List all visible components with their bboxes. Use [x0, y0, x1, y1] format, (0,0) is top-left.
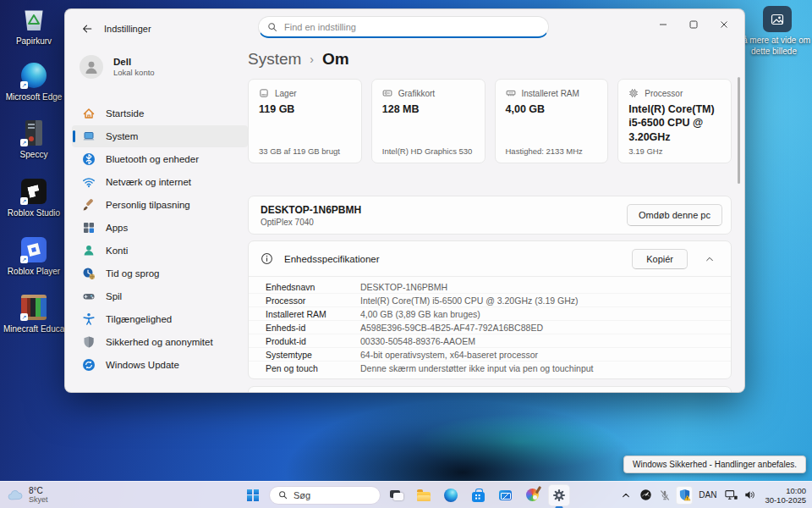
user-account-row[interactable]: Dell Lokal konto	[72, 48, 248, 91]
spec-row: ProcessorIntel(R) Core(TM) i5-6500 CPU @…	[249, 294, 731, 307]
task-view-button[interactable]	[386, 484, 408, 506]
card-label: Grafikkort	[398, 89, 435, 98]
spec-row: EnhedsnavnDESKTOP-1N6PBMH	[249, 280, 731, 294]
titlebar[interactable]: Indstillinger	[65, 9, 744, 48]
hidden-icons-button[interactable]	[617, 486, 634, 505]
rename-pc-button[interactable]: Omdøb denne pc	[627, 204, 722, 226]
collapse-section-button[interactable]	[699, 250, 721, 268]
window-title: Indstillinger	[104, 24, 151, 34]
close-button[interactable]	[709, 14, 739, 36]
copy-button[interactable]: Kopiér	[632, 249, 688, 269]
windows-security-tray-button[interactable]	[676, 486, 693, 505]
sidebar-item-system[interactable]: System	[72, 125, 248, 147]
breadcrumb: System › Om	[248, 50, 732, 69]
cpu-icon	[628, 88, 639, 98]
tray-date: 30-10-2025	[765, 495, 806, 505]
back-button[interactable]	[75, 19, 99, 38]
sidebar-item-privacy-security[interactable]: Sikkerhed og anonymitet	[72, 331, 248, 353]
windows-logo-icon	[247, 489, 259, 501]
minimize-button[interactable]	[648, 14, 678, 36]
language-indicator[interactable]: DAN	[695, 490, 720, 500]
desktop-icon-speccy[interactable]: Speccy	[3, 119, 64, 159]
sidebar-item-apps[interactable]: Apps	[72, 217, 248, 239]
spec-value: A598E396-59CB-4B25-AF47-792A16BC88ED	[360, 323, 543, 333]
sidebar-item-label: Sikkerhed og anonymitet	[106, 337, 213, 347]
desktop-icon-label: Speccy	[3, 150, 64, 159]
spec-label: Processor	[266, 295, 360, 306]
desktop-icon-label: Minecraft Education	[3, 324, 64, 334]
card-detail: 3.19 GHz	[628, 146, 721, 156]
page-title: Om	[322, 50, 349, 69]
settings-button[interactable]	[548, 484, 570, 506]
device-specs-header[interactable]: Enhedsspecifikationer Kopiér	[249, 241, 731, 277]
desktop-icon-recycle-bin[interactable]: Papirkurv	[3, 5, 64, 46]
accessibility-icon	[82, 312, 96, 326]
sidebar-item-network[interactable]: Netværk og internet	[72, 171, 248, 193]
settings-sidebar: Dell Lokal konto Startside System Blueto…	[72, 48, 248, 392]
sidebar-item-accounts[interactable]: Konti	[72, 240, 248, 262]
paint-icon	[526, 489, 539, 501]
spotlight-caption[interactable]: Få mere at vide om dette billede	[736, 35, 812, 57]
spec-label: Installeret RAM	[266, 309, 360, 319]
next-section-panel	[248, 386, 732, 393]
weather-widget[interactable]: 8°C Skyet	[7, 482, 48, 508]
microphone-muted-icon	[659, 489, 671, 501]
desktop-icon-roblox-studio[interactable]: Roblox Studio	[3, 177, 64, 218]
speaker-icon	[744, 489, 756, 500]
sidebar-item-gaming[interactable]: Spil	[72, 285, 248, 307]
desktop-icon-edge[interactable]: Microsoft Edge	[3, 61, 64, 102]
paint-button[interactable]	[521, 484, 543, 506]
spotlight-button[interactable]	[763, 6, 792, 32]
sidebar-item-accessibility[interactable]: Tilgængelighed	[72, 308, 248, 330]
settings-search-input[interactable]	[284, 22, 540, 32]
laptop-icon	[82, 130, 96, 143]
breadcrumb-separator-icon: ›	[310, 52, 314, 66]
card-detail: 33 GB af 119 GB brugt	[259, 146, 351, 156]
muted-mic-tray-button[interactable]	[656, 486, 673, 505]
sidebar-item-time-language[interactable]: Tid og sprog	[72, 262, 248, 284]
spec-label: Pen og touch	[266, 363, 360, 373]
desktop-icon-label: Roblox Player	[3, 267, 64, 276]
info-icon	[261, 252, 273, 265]
account-person-icon	[82, 244, 96, 257]
clock[interactable]: 10:00 30-10-2025	[765, 486, 808, 505]
taskbar-search[interactable]: Søg	[269, 486, 381, 505]
recycle-bin-icon	[24, 8, 44, 30]
settings-searchbox[interactable]	[258, 16, 549, 38]
store-icon	[472, 492, 485, 502]
speccy-tray-button[interactable]	[637, 486, 654, 505]
edge-button[interactable]	[440, 484, 462, 506]
sidebar-item-label: Windows Update	[106, 360, 179, 370]
desktop-icon-minecraft-education[interactable]: Minecraft Education	[3, 293, 64, 334]
spec-label: Enheds-id	[266, 323, 360, 333]
sidebar-item-windows-update[interactable]: Windows Update	[72, 354, 248, 376]
desktop-icon-label: Microsoft Edge	[3, 92, 64, 102]
window-scrollbar[interactable]	[738, 77, 740, 184]
network-tray-button[interactable]	[722, 486, 739, 505]
shortcut-arrow-icon	[20, 197, 28, 205]
gear-icon	[552, 489, 566, 502]
minimize-icon	[659, 20, 667, 29]
card-value: Intel(R) Core(TM) i5-6500 CPU @ 3.20GHz	[628, 102, 721, 144]
gauge-icon	[639, 489, 652, 501]
volume-tray-button[interactable]	[742, 486, 759, 505]
sidebar-item-personalization[interactable]: Personlig tilpasning	[72, 194, 248, 216]
sidebar-item-bluetooth[interactable]: Bluetooth og enheder	[72, 148, 248, 170]
spec-value: Intel(R) Core(TM) i5-6500 CPU @ 3.20GHz …	[360, 295, 578, 306]
file-explorer-button[interactable]	[413, 484, 435, 506]
store-button[interactable]	[467, 484, 489, 506]
sidebar-item-home[interactable]: Startside	[72, 102, 248, 124]
maximize-button[interactable]	[678, 14, 709, 36]
ram-icon	[506, 88, 516, 98]
avatar	[80, 55, 103, 79]
mail-button[interactable]	[494, 484, 516, 506]
back-arrow-icon	[81, 23, 93, 35]
desktop-icon-roblox-player[interactable]: Roblox Player	[3, 235, 64, 276]
taskbar-search-placeholder: Søg	[294, 490, 310, 500]
start-button[interactable]	[242, 484, 264, 506]
spec-label: Enhedsnavn	[266, 282, 360, 292]
card-detail: Hastighed: 2133 MHz	[506, 146, 598, 156]
breadcrumb-parent[interactable]: System	[248, 50, 301, 69]
shield-icon	[82, 335, 96, 349]
person-icon	[83, 58, 100, 75]
